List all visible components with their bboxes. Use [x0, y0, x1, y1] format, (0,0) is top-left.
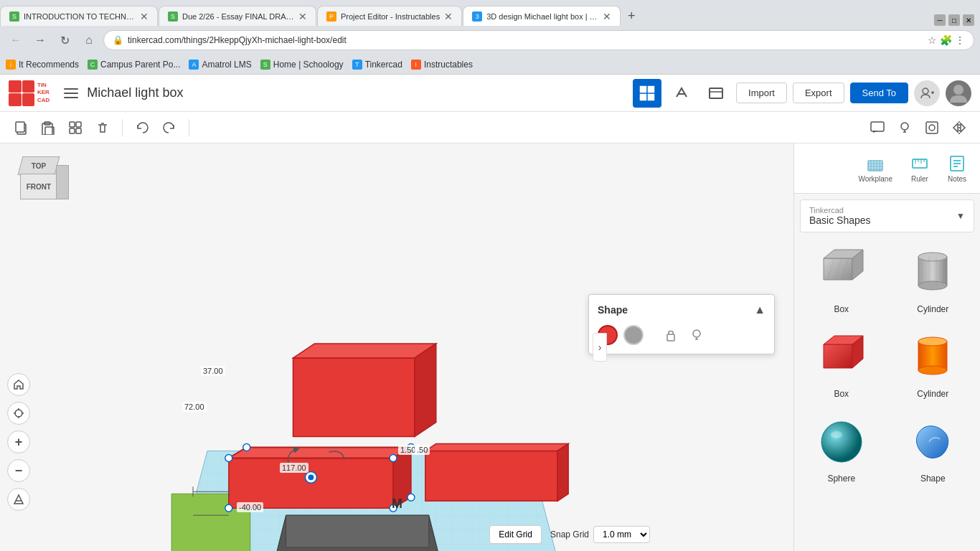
logo-cell-2: [22, 80, 35, 93]
workplane-icon: [865, 154, 885, 174]
svg-rect-17: [76, 122, 81, 127]
comment-button[interactable]: [865, 116, 890, 140]
group-button[interactable]: [63, 116, 88, 140]
shape-item-cylinder-orange[interactable]: Cylinder: [892, 326, 975, 402]
notes-button[interactable]: Notes: [940, 149, 974, 187]
app-area: TIN KER CAD Michael light box: [0, 75, 980, 551]
undo-button[interactable]: [130, 116, 154, 140]
tinkercad-category-dropdown[interactable]: Tinkercad Basic Shapes ▼: [800, 199, 974, 232]
grid-view-button[interactable]: [633, 79, 661, 108]
shape-name-box-gray: Box: [834, 304, 849, 314]
tab-3[interactable]: P Project Editor - Instructables ✕: [317, 6, 462, 26]
refresh-button[interactable]: ↻: [55, 30, 75, 50]
svg-marker-27: [953, 123, 958, 132]
tab-2-favicon: S: [168, 11, 178, 22]
selection-handle-2[interactable]: [390, 454, 397, 461]
tab-4-close[interactable]: ✕: [603, 11, 611, 22]
delete-button[interactable]: [90, 116, 115, 140]
forward-button[interactable]: →: [30, 30, 50, 50]
shape-item-box-gray[interactable]: Box: [800, 241, 883, 317]
shape-icon: [924, 120, 940, 136]
tab-3-close[interactable]: ✕: [444, 11, 453, 22]
shape-name-sphere: Sphere: [827, 474, 855, 484]
tab-2-close[interactable]: ✕: [298, 11, 307, 22]
back-button[interactable]: ←: [6, 30, 26, 50]
tab-1-close[interactable]: ✕: [140, 11, 149, 22]
bookmark-instructables[interactable]: I Instructables: [411, 60, 473, 70]
copy-button[interactable]: [9, 116, 33, 140]
bulb-icon[interactable]: [687, 325, 707, 345]
lock-icon[interactable]: [661, 325, 681, 345]
workplane-button[interactable]: Workplane: [851, 149, 900, 187]
viewport[interactable]: TOP FRONT: [0, 143, 793, 551]
hamburger-menu-button[interactable]: [61, 83, 81, 103]
3d-view-button[interactable]: [667, 79, 696, 108]
bookmark-campus[interactable]: C Campus Parent Po...: [88, 60, 180, 70]
send-to-button[interactable]: Send To: [850, 83, 908, 103]
logo-cell-4: [22, 93, 35, 106]
svg-point-10: [953, 85, 963, 95]
shape-icons: [661, 325, 707, 345]
bookmark-amatrol[interactable]: A Amatrol LMS: [189, 60, 251, 70]
selection-handle-7[interactable]: [407, 494, 415, 501]
app-toolbar: TIN KER CAD Michael light box: [0, 75, 980, 112]
browser-menu-icon[interactable]: ⋮: [955, 34, 965, 46]
hamburger-line-1: [64, 88, 78, 90]
shape-item-box-red[interactable]: Box: [800, 326, 883, 402]
tab-4[interactable]: 3 3D design Michael light box | Ti... ✕: [463, 6, 621, 26]
svg-rect-16: [70, 122, 75, 127]
shape-name-cylinder-gray: Cylinder: [917, 304, 948, 314]
shape-thumb-organic: [904, 413, 961, 471]
ruler-button[interactable]: Ruler: [903, 149, 937, 187]
extensions-icon[interactable]: 🧩: [940, 34, 952, 46]
edit-grid-button[interactable]: Edit Grid: [489, 525, 542, 544]
paste-icon: [41, 121, 55, 135]
selection-handle-1[interactable]: [225, 454, 232, 461]
collapse-right-panel-button[interactable]: ›: [593, 333, 607, 362]
svg-point-64: [918, 253, 947, 261]
shape-item-sphere-blue[interactable]: Sphere: [800, 410, 883, 486]
shape-button[interactable]: [920, 116, 944, 140]
bookmark-icon[interactable]: ☆: [928, 34, 937, 46]
redo-button[interactable]: [157, 116, 182, 140]
selection-handle-5[interactable]: [243, 444, 250, 451]
bookmark-tinkercad[interactable]: T Tinkercad: [352, 60, 402, 70]
snap-value-select[interactable]: 1.0 mm: [593, 526, 650, 543]
shape-panel-collapse[interactable]: ▲: [754, 303, 765, 316]
new-tab-button[interactable]: +: [621, 6, 641, 26]
tinkercad-logo[interactable]: TIN KER CAD: [9, 80, 50, 106]
tab-2[interactable]: S Due 2/26 - Essay FINAL DRAFT... ✕: [159, 6, 316, 26]
shape-item-cylinder-gray[interactable]: Cylinder: [892, 241, 975, 317]
user-avatar[interactable]: [946, 80, 971, 106]
export-button[interactable]: Export: [793, 83, 844, 103]
tab-3-favicon: P: [326, 11, 336, 22]
shape-thumb-cylinder-gray: [904, 244, 961, 301]
paste-button[interactable]: [36, 116, 60, 140]
snap-area: Snap Grid 1.0 mm: [550, 526, 650, 543]
bookmark-schoology[interactable]: S Home | Schoology: [260, 60, 344, 70]
red-box-right-face: [415, 344, 436, 437]
svg-rect-12: [16, 122, 24, 132]
tab-1[interactable]: S INTRODUCTION TO TECHNOLOG... ✕: [0, 6, 158, 26]
mirror-button[interactable]: [947, 116, 971, 140]
shape-thumb-box-gray: [813, 244, 870, 301]
address-bar[interactable]: 🔒 tinkercad.com/things/2HkeppQjyXh-micha…: [103, 30, 974, 50]
delete-icon: [95, 121, 110, 135]
bookmark-it-recommends[interactable]: i It Recommends: [6, 60, 79, 70]
bulb-button[interactable]: [892, 116, 917, 140]
home-button[interactable]: ⌂: [79, 30, 99, 50]
objects-panel-button[interactable]: [702, 79, 730, 108]
right-panel: Workplane Ruler: [793, 143, 980, 551]
svg-point-21: [901, 123, 908, 130]
add-user-icon: [920, 86, 934, 100]
shape-item-organic[interactable]: Shape: [892, 410, 975, 486]
bookmark-tinkercad-label: Tinkercad: [365, 60, 402, 70]
selection-handle-3[interactable]: [225, 504, 232, 512]
minimize-button[interactable]: ─: [934, 14, 946, 26]
add-user-button[interactable]: [914, 80, 940, 106]
color-swatch-gray[interactable]: [623, 325, 644, 345]
import-button[interactable]: Import: [736, 83, 787, 103]
close-button[interactable]: ✕: [963, 14, 974, 26]
maximize-button[interactable]: □: [948, 14, 960, 26]
shapes-grid: Box: [800, 241, 974, 486]
